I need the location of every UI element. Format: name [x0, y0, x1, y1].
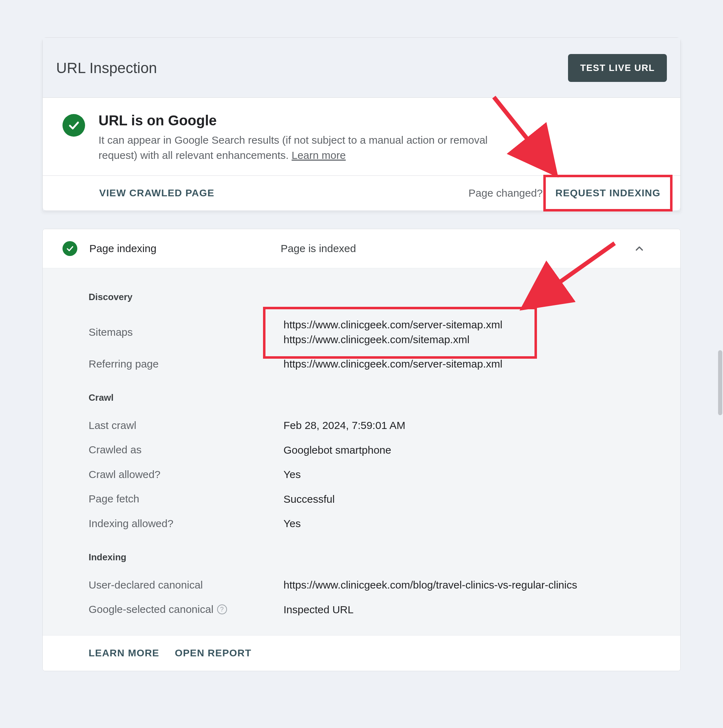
- row-referring-page: Referring page https://www.clinicgeek.co…: [89, 352, 672, 376]
- request-indexing-button[interactable]: REQUEST INDEXING: [555, 188, 660, 199]
- page-indexing-header[interactable]: Page indexing Page is indexed: [43, 229, 680, 268]
- section-discovery-heading: Discovery: [89, 292, 672, 303]
- value-google-canonical: Inspected URL: [283, 602, 672, 617]
- value-sitemaps: https://www.clinicgeek.com/server-sitema…: [283, 317, 672, 347]
- row-user-canonical: User-declared canonical https://www.clin…: [89, 573, 672, 597]
- label-page-fetch: Page fetch: [89, 492, 283, 506]
- page-indexing-title: Page indexing: [89, 243, 281, 255]
- row-sitemaps: Sitemaps https://www.clinicgeek.com/serv…: [89, 312, 672, 352]
- value-user-canonical: https://www.clinicgeek.com/blog/travel-c…: [283, 578, 672, 592]
- value-indexing-allowed: Yes: [283, 516, 672, 531]
- index-status-row: URL is on Google It can appear in Google…: [43, 98, 680, 176]
- label-crawled-as: Crawled as: [89, 443, 283, 457]
- page-changed-label: Page changed?: [468, 187, 543, 199]
- label-last-crawl: Last crawl: [89, 418, 283, 433]
- row-crawled-as: Crawled as Googlebot smartphone: [89, 438, 672, 462]
- value-page-fetch: Successful: [283, 492, 672, 506]
- check-circle-icon: [63, 241, 77, 256]
- chevron-up-icon[interactable]: [632, 242, 647, 255]
- scrollbar-thumb[interactable]: [718, 350, 722, 415]
- label-user-canonical: User-declared canonical: [89, 578, 283, 592]
- label-google-canonical-text: Google-selected canonical: [89, 603, 214, 615]
- label-google-canonical: Google-selected canonical ?: [89, 602, 283, 617]
- header-bar: URL Inspection TEST LIVE URL: [43, 38, 680, 98]
- value-crawl-allowed: Yes: [283, 467, 672, 482]
- open-report-button[interactable]: OPEN REPORT: [175, 647, 251, 659]
- url-inspection-card: URL Inspection TEST LIVE URL URL is on G…: [42, 37, 681, 210]
- test-live-url-button[interactable]: TEST LIVE URL: [568, 54, 667, 82]
- row-crawl-allowed: Crawl allowed? Yes: [89, 462, 672, 486]
- learn-more-button[interactable]: LEARN MORE: [89, 647, 159, 659]
- label-crawl-allowed: Crawl allowed?: [89, 467, 283, 482]
- page-indexing-body: Discovery Sitemaps https://www.clinicgee…: [43, 268, 680, 635]
- value-crawled-as: Googlebot smartphone: [283, 443, 672, 457]
- label-sitemaps: Sitemaps: [89, 317, 283, 347]
- section-indexing-heading: Indexing: [89, 552, 672, 563]
- page-title: URL Inspection: [56, 60, 157, 76]
- view-crawled-page-button[interactable]: VIEW CRAWLED PAGE: [99, 188, 214, 199]
- label-indexing-allowed: Indexing allowed?: [89, 516, 283, 531]
- row-google-canonical: Google-selected canonical ? Inspected UR…: [89, 597, 672, 622]
- row-indexing-allowed: Indexing allowed? Yes: [89, 511, 672, 535]
- status-subtitle: It can appear in Google Search results (…: [98, 133, 504, 163]
- section-crawl-heading: Crawl: [89, 392, 672, 403]
- action-row: VIEW CRAWLED PAGE Page changed? REQUEST …: [43, 176, 680, 210]
- row-page-fetch: Page fetch Successful: [89, 487, 672, 511]
- label-referring-page: Referring page: [89, 356, 283, 371]
- sitemap-url-2: https://www.clinicgeek.com/sitemap.xml: [283, 332, 672, 347]
- value-referring-page: https://www.clinicgeek.com/server-sitema…: [283, 356, 672, 371]
- check-circle-icon: [63, 114, 85, 137]
- page-indexing-panel: Page indexing Page is indexed Discovery …: [42, 229, 681, 671]
- help-icon[interactable]: ?: [217, 604, 227, 614]
- status-title: URL is on Google: [98, 113, 504, 128]
- learn-more-link[interactable]: Learn more: [292, 149, 345, 161]
- sitemap-url-1: https://www.clinicgeek.com/server-sitema…: [283, 317, 672, 332]
- value-last-crawl: Feb 28, 2024, 7:59:01 AM: [283, 418, 672, 433]
- row-last-crawl: Last crawl Feb 28, 2024, 7:59:01 AM: [89, 413, 672, 437]
- page-indexing-footer: LEARN MORE OPEN REPORT: [43, 635, 680, 671]
- page-indexing-status: Page is indexed: [281, 243, 632, 255]
